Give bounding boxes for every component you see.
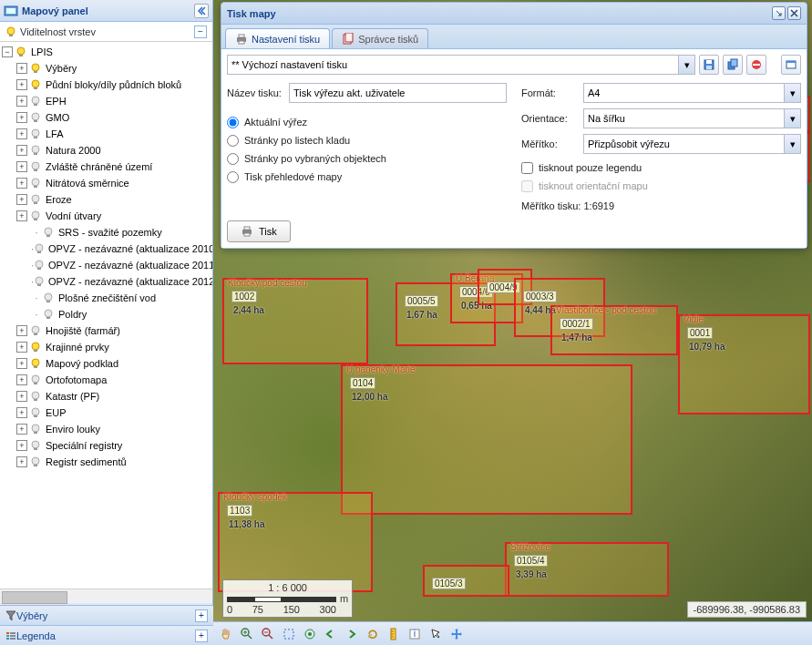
bulb-off-icon[interactable] [42,226,55,239]
bulb-off-icon[interactable] [29,210,42,222]
tree-item[interactable]: +Enviro louky [0,421,212,437]
bulb-off-icon[interactable] [29,128,42,140]
accordion-legenda[interactable]: Legenda + [0,625,213,645]
delete-preset-icon[interactable] [746,55,766,75]
expand-icon[interactable]: + [16,440,27,451]
bulb-off-icon[interactable] [29,423,42,435]
map-parcel[interactable]: Vlastiboříce - pod cestou0002/11,47 ha [550,305,678,355]
tree-item[interactable]: ·Poldry [0,306,212,322]
radio-input[interactable] [227,153,239,165]
tree-item[interactable]: ·Plošné znečištění vod [0,290,212,306]
zoom-in-icon[interactable] [238,625,256,643]
collapse-icon[interactable]: − [2,46,13,57]
bulb-off-icon[interactable] [42,292,55,304]
expand-icon[interactable]: + [16,128,27,139]
bulb-off-icon[interactable] [29,439,42,452]
plus-icon[interactable]: + [195,630,208,642]
expand-icon[interactable]: + [16,358,27,369]
zoom-out-icon[interactable] [259,625,277,643]
tree-item[interactable]: +Speciální registry [0,437,212,454]
print-button[interactable]: Tisk [227,220,291,242]
expand-icon[interactable]: + [16,424,27,435]
expand-icon[interactable]: + [16,342,27,353]
tree-item[interactable]: +Výběry [0,60,212,77]
map-parcel[interactable]: 0105/3 [423,565,509,597]
window-preset-icon[interactable] [781,55,801,75]
minus-icon[interactable]: − [194,26,207,38]
expand-icon[interactable]: + [16,194,27,205]
full-extent-icon[interactable] [301,625,319,643]
tab-manager[interactable]: Správce tisků [332,28,428,48]
close-icon[interactable] [787,6,801,20]
move-icon[interactable] [447,625,466,643]
expand-icon[interactable]: + [16,374,27,385]
tree-item[interactable]: +Katastr (PF) [0,388,212,404]
tree-item[interactable]: +Zvláště chráněné území [0,159,212,175]
chevron-down-icon[interactable]: ▾ [678,56,694,74]
horizontal-scrollbar[interactable] [0,589,212,603]
tree-item[interactable]: ·OPVZ - nezávazné (aktualizace 2011 [0,257,212,273]
zoom-rect-icon[interactable] [280,625,298,643]
tree-item[interactable]: +Vodní útvary [0,208,212,224]
bulb-off-icon[interactable] [29,144,42,157]
tree-item[interactable]: +GMO [0,109,212,126]
measure-icon[interactable] [385,625,403,643]
tree-item[interactable]: +Půdní bloky/díly půdních bloků [0,77,212,93]
map-parcel[interactable]: Vidle000110,79 ha [678,314,810,415]
tree-item[interactable]: +Hnojiště (farmář) [0,322,212,339]
tree-item[interactable]: +Ortofotomapa [0,372,212,388]
tree-item[interactable]: +Natura 2000 [0,142,212,159]
tree-item[interactable]: +Krajinné prvky [0,339,212,355]
pan-tool-icon[interactable] [217,625,235,643]
visibility-header[interactable]: Viditelnost vrstev − [0,22,212,42]
save-preset-icon[interactable] [699,55,719,75]
bulb-off-icon[interactable] [29,456,42,468]
next-extent-icon[interactable] [343,625,361,643]
bulb-on-icon[interactable] [29,341,42,353]
expand-icon[interactable]: + [16,161,27,172]
expand-icon[interactable]: + [16,145,27,156]
radio-input[interactable] [227,117,239,128]
tree-root[interactable]: − LPIS [0,44,212,60]
expand-icon[interactable]: + [16,112,27,123]
bulb-off-icon[interactable] [29,390,42,403]
bulb-on-icon[interactable] [29,357,42,370]
bulb-off-icon[interactable] [29,374,42,386]
info-icon[interactable]: i [406,625,424,643]
radio-objects[interactable]: Stránky po vybraných objektech [227,149,507,168]
plus-icon[interactable]: + [195,609,208,622]
chevron-down-icon[interactable]: ▾ [784,135,800,153]
bulb-off-icon[interactable] [42,308,55,321]
orient-select[interactable]: Na šířku ▾ [583,108,801,128]
tree-item[interactable]: +Registr sedimentů [0,454,212,470]
expand-icon[interactable]: + [16,456,27,467]
expand-icon[interactable]: + [16,391,27,402]
tab-settings[interactable]: Nastavení tisku [225,28,330,48]
tree-item[interactable]: +EUP [0,404,212,421]
expand-icon[interactable]: + [16,63,27,74]
map-parcel[interactable]: Kloučky pod cestou10022,44 ha [222,278,368,364]
bulb-on-icon[interactable] [15,46,27,58]
radio-current-extent[interactable]: Aktuální výřez [227,113,507,131]
checkbox-input[interactable] [521,162,533,174]
map-parcel[interactable]: Střížovice0105/43,39 ha [505,542,669,597]
bulb-off-icon[interactable] [34,275,45,288]
bulb-off-icon[interactable] [29,111,42,124]
bulb-off-icon[interactable] [29,193,42,206]
tree-item[interactable]: +Mapový podklad [0,355,212,372]
bulb-on-icon[interactable] [29,78,42,91]
tree-item[interactable]: +LFA [0,126,212,142]
bulb-on-icon[interactable] [29,62,42,75]
tree-item[interactable]: ·OPVZ - nezávazné (aktualizace 2010 [0,241,212,257]
radio-input[interactable] [227,135,239,147]
chevron-down-icon[interactable]: ▾ [784,84,800,102]
map-parcel[interactable]: U panenky Marie010412,00 ha [341,364,632,515]
refresh-icon[interactable] [364,625,382,643]
radio-sheets[interactable]: Stránky po listech kladu [227,131,507,149]
check-legend-only[interactable]: tisknout pouze legendu [521,159,801,177]
select-icon[interactable] [427,625,445,643]
expand-icon[interactable]: + [16,79,27,90]
expand-icon[interactable]: + [16,325,27,336]
preset-combo[interactable]: ** Výchozí nastavení tisku ▾ [227,55,695,75]
minimize-icon[interactable] [772,6,786,20]
